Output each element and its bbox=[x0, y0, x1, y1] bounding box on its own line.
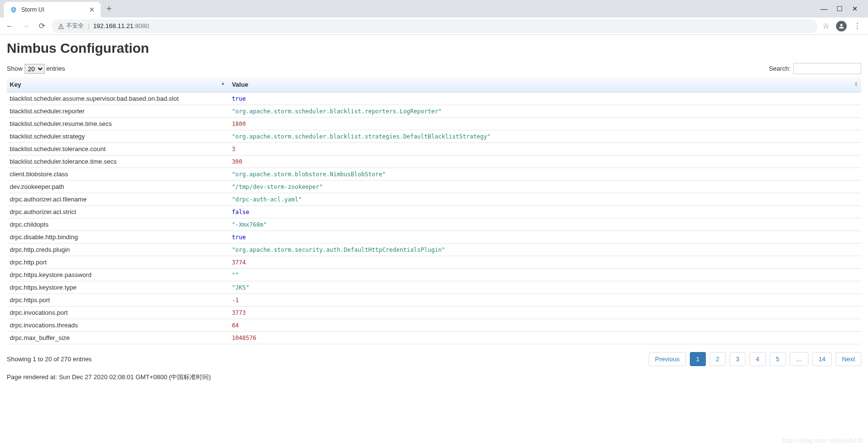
url-port: :8080 bbox=[134, 22, 150, 30]
config-key: drpc.https.port bbox=[7, 294, 229, 307]
window-maximize-button[interactable]: ☐ bbox=[836, 5, 843, 13]
config-value: "-Xmx768m" bbox=[229, 218, 861, 231]
config-key: blacklist.scheduler.tolerance.time.secs bbox=[7, 155, 229, 168]
config-value: "drpc-auth-acl.yaml" bbox=[229, 193, 861, 206]
browser-tab-bar: Storm UI ✕ + — ☐ ✕ bbox=[0, 0, 868, 17]
config-value: 64 bbox=[229, 319, 861, 332]
search-label: Search: bbox=[769, 65, 791, 72]
config-value: 1048576 bbox=[229, 332, 861, 344]
config-key: drpc.https.keystore.type bbox=[7, 281, 229, 294]
config-key: client.blobstore.class bbox=[7, 168, 229, 181]
config-value: "org.apache.storm.blobstore.NimbusBlobSt… bbox=[229, 168, 861, 181]
config-value: 1800 bbox=[229, 118, 861, 130]
config-key: drpc.authorizer.acl.strict bbox=[7, 206, 229, 218]
config-key: drpc.http.port bbox=[7, 256, 229, 269]
pagination-page-1[interactable]: 1 bbox=[690, 352, 706, 366]
config-key: blacklist.scheduler.reporter bbox=[7, 105, 229, 118]
table-row: drpc.max_buffer_size1048576 bbox=[7, 332, 861, 344]
config-value: -1 bbox=[229, 294, 861, 307]
config-key: drpc.http.creds.plugin bbox=[7, 244, 229, 256]
config-key: drpc.disable.http.binding bbox=[7, 231, 229, 244]
nav-forward-button[interactable]: → bbox=[20, 20, 32, 32]
table-row: drpc.https.keystore.password"" bbox=[7, 269, 861, 281]
config-key: blacklist.scheduler.assume.supervisor.ba… bbox=[7, 92, 229, 105]
bookmark-star-icon[interactable]: ☆ bbox=[822, 21, 829, 31]
tab-close-icon[interactable]: ✕ bbox=[89, 6, 95, 14]
table-row: drpc.https.keystore.type"JKS" bbox=[7, 281, 861, 294]
table-row: blacklist.scheduler.reporter"org.apache.… bbox=[7, 105, 861, 118]
pagination-page-3[interactable]: 3 bbox=[730, 352, 746, 366]
config-key: blacklist.scheduler.resume.time.secs bbox=[7, 118, 229, 130]
config-value: "org.apache.storm.scheduler.blacklist.re… bbox=[229, 105, 861, 118]
config-key: blacklist.scheduler.tolerance.count bbox=[7, 143, 229, 155]
table-row: drpc.invocations.threads64 bbox=[7, 319, 861, 332]
config-value: "JKS" bbox=[229, 281, 861, 294]
config-key: drpc.https.keystore.password bbox=[7, 269, 229, 281]
table-info: Showing 1 to 20 of 270 entries bbox=[7, 355, 92, 363]
table-row: dev.zookeeper.path"/tmp/dev-storm-zookee… bbox=[7, 181, 861, 193]
favicon-icon bbox=[10, 6, 17, 14]
config-key: drpc.max_buffer_size bbox=[7, 332, 229, 344]
config-value: "org.apache.storm.security.auth.DefaultH… bbox=[229, 244, 861, 256]
config-key: dev.zookeeper.path bbox=[7, 181, 229, 193]
tab-title: Storm UI bbox=[21, 6, 85, 13]
search-input[interactable] bbox=[793, 63, 861, 74]
pagination-page-5[interactable]: 5 bbox=[770, 352, 786, 366]
pagination: Previous12345…14Next bbox=[649, 352, 861, 366]
url-separator: | bbox=[88, 22, 89, 30]
pagination-page-14[interactable]: 14 bbox=[812, 352, 832, 366]
pagination-page-4[interactable]: 4 bbox=[749, 352, 765, 366]
config-value: false bbox=[229, 206, 861, 218]
render-timestamp: Page rendered at: Sun Dec 27 2020 02:08:… bbox=[7, 373, 861, 382]
nav-back-button[interactable]: ← bbox=[4, 20, 15, 32]
column-header-value[interactable]: Value▲▼ bbox=[229, 77, 861, 92]
url-host: 192.168.11.21 bbox=[93, 22, 133, 30]
window-close-button[interactable]: ✕ bbox=[852, 5, 858, 13]
pagination-previous-button[interactable]: Previous bbox=[649, 352, 686, 366]
browser-tab[interactable]: Storm UI ✕ bbox=[4, 2, 101, 17]
config-value: 300 bbox=[229, 155, 861, 168]
table-row: blacklist.scheduler.resume.time.secs1800 bbox=[7, 118, 861, 130]
config-value: true bbox=[229, 231, 861, 244]
entries-per-page-select[interactable]: 20 bbox=[25, 64, 45, 74]
address-bar: ← → ⟳ 不安全 | 192.168.11.21:8080 ☆ ⋮ bbox=[0, 17, 868, 35]
table-row: drpc.childopts"-Xmx768m" bbox=[7, 218, 861, 231]
pagination-ellipsis[interactable]: … bbox=[790, 352, 808, 366]
table-row: blacklist.scheduler.strategy"org.apache.… bbox=[7, 130, 861, 143]
browser-menu-icon[interactable]: ⋮ bbox=[853, 21, 861, 31]
table-row: drpc.http.creds.plugin"org.apache.storm.… bbox=[7, 244, 861, 256]
table-row: drpc.authorizer.acl.strictfalse bbox=[7, 206, 861, 218]
config-value: 3 bbox=[229, 143, 861, 155]
table-row: drpc.invocations.port3773 bbox=[7, 307, 861, 319]
url-input[interactable]: 不安全 | 192.168.11.21:8080 bbox=[52, 19, 818, 33]
config-value: "org.apache.storm.scheduler.blacklist.st… bbox=[229, 130, 861, 143]
show-label: Show bbox=[7, 65, 23, 72]
config-key: drpc.invocations.port bbox=[7, 307, 229, 319]
new-tab-button[interactable]: + bbox=[101, 4, 118, 14]
security-not-secure-icon: 不安全 bbox=[58, 22, 84, 30]
table-row: drpc.disable.http.bindingtrue bbox=[7, 231, 861, 244]
column-header-key[interactable]: Key bbox=[7, 77, 229, 92]
nav-reload-button[interactable]: ⟳ bbox=[37, 19, 47, 32]
config-value: "/tmp/dev-storm-zookeeper" bbox=[229, 181, 861, 193]
config-key: drpc.childopts bbox=[7, 218, 229, 231]
config-value: "" bbox=[229, 269, 861, 281]
config-key: drpc.authorizer.acl.filename bbox=[7, 193, 229, 206]
config-key: drpc.invocations.threads bbox=[7, 319, 229, 332]
pagination-page-2[interactable]: 2 bbox=[710, 352, 726, 366]
pagination-next-button[interactable]: Next bbox=[836, 352, 861, 366]
config-value: 3774 bbox=[229, 256, 861, 269]
config-key: blacklist.scheduler.strategy bbox=[7, 130, 229, 143]
table-row: drpc.http.port3774 bbox=[7, 256, 861, 269]
table-row: drpc.https.port-1 bbox=[7, 294, 861, 307]
profile-avatar-icon[interactable] bbox=[836, 21, 847, 31]
table-row: drpc.authorizer.acl.filename"drpc-auth-a… bbox=[7, 193, 861, 206]
table-row: blacklist.scheduler.assume.supervisor.ba… bbox=[7, 92, 861, 105]
config-value: true bbox=[229, 92, 861, 105]
window-minimize-button[interactable]: — bbox=[821, 5, 827, 13]
config-table: Key Value▲▼ blacklist.scheduler.assume.s… bbox=[7, 77, 861, 344]
entries-label: entries bbox=[46, 65, 65, 72]
table-row: blacklist.scheduler.tolerance.count3 bbox=[7, 143, 861, 155]
config-value: 3773 bbox=[229, 307, 861, 319]
table-row: blacklist.scheduler.tolerance.time.secs3… bbox=[7, 155, 861, 168]
